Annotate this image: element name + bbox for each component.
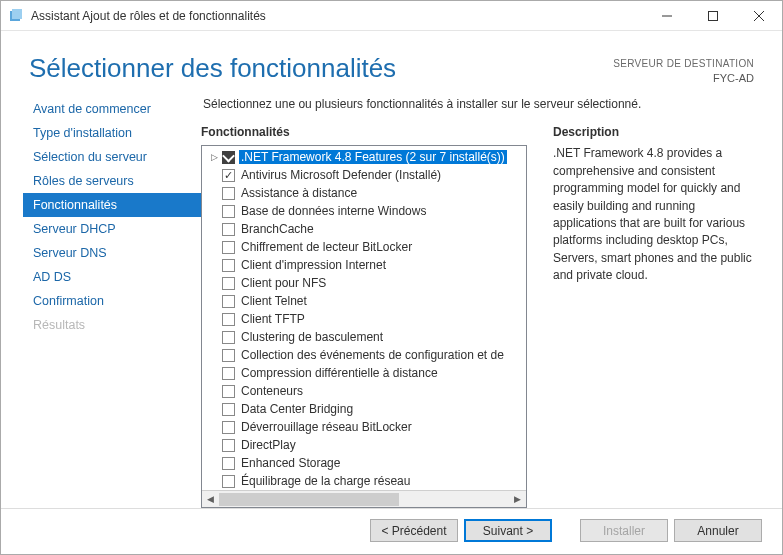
feature-checkbox[interactable]: [222, 295, 235, 308]
feature-row[interactable]: Client TFTP: [208, 310, 524, 328]
feature-label[interactable]: .NET Framework 4.8 Features (2 sur 7 ins…: [239, 150, 507, 164]
feature-checkbox[interactable]: [222, 259, 235, 272]
feature-row[interactable]: Enhanced Storage: [208, 454, 524, 472]
feature-label[interactable]: Enhanced Storage: [239, 456, 342, 470]
sidebar-item[interactable]: Fonctionnalités: [23, 193, 201, 217]
feature-label[interactable]: Collection des événements de configurati…: [239, 348, 506, 362]
sidebar-item[interactable]: Avant de commencer: [23, 97, 201, 121]
feature-row[interactable]: Déverrouillage réseau BitLocker: [208, 418, 524, 436]
page-title: Sélectionner des fonctionnalités: [29, 53, 613, 84]
feature-row[interactable]: Collection des événements de configurati…: [208, 346, 524, 364]
feature-checkbox[interactable]: [222, 241, 235, 254]
wizard-window: Assistant Ajout de rôles et de fonctionn…: [0, 0, 783, 555]
feature-label[interactable]: Assistance à distance: [239, 186, 359, 200]
feature-checkbox[interactable]: [222, 475, 235, 488]
feature-label[interactable]: BranchCache: [239, 222, 316, 236]
body-area: Avant de commencerType d'installationSél…: [1, 93, 782, 508]
feature-label[interactable]: Client d'impression Internet: [239, 258, 388, 272]
feature-label[interactable]: Base de données interne Windows: [239, 204, 428, 218]
svg-rect-1: [12, 9, 22, 19]
feature-checkbox[interactable]: [222, 313, 235, 326]
feature-row[interactable]: DirectPlay: [208, 436, 524, 454]
feature-row[interactable]: ▷.NET Framework 4.8 Features (2 sur 7 in…: [208, 148, 524, 166]
titlebar: Assistant Ajout de rôles et de fonctionn…: [1, 1, 782, 31]
feature-label[interactable]: Client pour NFS: [239, 276, 328, 290]
feature-checkbox[interactable]: [222, 385, 235, 398]
description-text: .NET Framework 4.8 provides a comprehens…: [553, 145, 762, 284]
feature-checkbox[interactable]: [222, 187, 235, 200]
destination-label: SERVEUR DE DESTINATION: [613, 57, 754, 71]
feature-row[interactable]: BranchCache: [208, 220, 524, 238]
features-tree: ▷.NET Framework 4.8 Features (2 sur 7 in…: [201, 145, 527, 508]
scroll-right-icon[interactable]: ▶: [509, 491, 526, 508]
description-column: Description .NET Framework 4.8 provides …: [553, 125, 762, 508]
feature-row[interactable]: Équilibrage de la charge réseau: [208, 472, 524, 490]
footer-buttons: < Précédent Suivant > Installer Annuler: [1, 508, 782, 554]
svg-rect-3: [709, 11, 718, 20]
close-button[interactable]: [736, 1, 782, 31]
feature-checkbox[interactable]: [222, 277, 235, 290]
feature-row[interactable]: Client pour NFS: [208, 274, 524, 292]
sidebar-item[interactable]: Type d'installation: [23, 121, 201, 145]
destination-value: FYC-AD: [613, 71, 754, 86]
feature-label[interactable]: Équilibrage de la charge réseau: [239, 474, 412, 488]
horizontal-scrollbar[interactable]: ◀ ▶: [202, 490, 526, 507]
content-columns: Fonctionnalités ▷.NET Framework 4.8 Feat…: [201, 125, 762, 508]
feature-row[interactable]: Base de données interne Windows: [208, 202, 524, 220]
feature-row[interactable]: Clustering de basculement: [208, 328, 524, 346]
feature-label[interactable]: Antivirus Microsoft Defender (Installé): [239, 168, 443, 182]
feature-row[interactable]: Assistance à distance: [208, 184, 524, 202]
window-title: Assistant Ajout de rôles et de fonctionn…: [31, 9, 266, 23]
next-button[interactable]: Suivant >: [464, 519, 552, 542]
cancel-button[interactable]: Annuler: [674, 519, 762, 542]
minimize-button[interactable]: [644, 1, 690, 31]
feature-checkbox[interactable]: [222, 349, 235, 362]
features-tree-scroll[interactable]: ▷.NET Framework 4.8 Features (2 sur 7 in…: [202, 146, 526, 490]
feature-label[interactable]: Data Center Bridging: [239, 402, 355, 416]
feature-label[interactable]: Conteneurs: [239, 384, 305, 398]
expand-collapsed-icon[interactable]: ▷: [208, 151, 220, 163]
sidebar-item[interactable]: Sélection du serveur: [23, 145, 201, 169]
feature-row[interactable]: Data Center Bridging: [208, 400, 524, 418]
feature-label[interactable]: DirectPlay: [239, 438, 298, 452]
feature-label[interactable]: Déverrouillage réseau BitLocker: [239, 420, 414, 434]
features-column: Fonctionnalités ▷.NET Framework 4.8 Feat…: [201, 125, 527, 508]
feature-checkbox[interactable]: [222, 439, 235, 452]
feature-checkbox[interactable]: [222, 223, 235, 236]
install-button: Installer: [580, 519, 668, 542]
feature-row[interactable]: Chiffrement de lecteur BitLocker: [208, 238, 524, 256]
feature-label[interactable]: Chiffrement de lecteur BitLocker: [239, 240, 414, 254]
feature-checkbox[interactable]: [222, 457, 235, 470]
wizard-sidebar: Avant de commencerType d'installationSél…: [1, 93, 201, 508]
feature-checkbox[interactable]: [222, 169, 235, 182]
feature-checkbox[interactable]: [222, 403, 235, 416]
feature-checkbox[interactable]: [222, 151, 235, 164]
feature-checkbox[interactable]: [222, 367, 235, 380]
feature-label[interactable]: Compression différentielle à distance: [239, 366, 440, 380]
feature-label[interactable]: Clustering de basculement: [239, 330, 385, 344]
description-heading: Description: [553, 125, 762, 145]
destination-block: SERVEUR DE DESTINATION FYC-AD: [613, 53, 754, 85]
feature-row[interactable]: Compression différentielle à distance: [208, 364, 524, 382]
intro-text: Sélectionnez une ou plusieurs fonctionna…: [201, 97, 762, 125]
feature-label[interactable]: Client TFTP: [239, 312, 307, 326]
scroll-thumb[interactable]: [219, 493, 399, 506]
feature-checkbox[interactable]: [222, 205, 235, 218]
maximize-button[interactable]: [690, 1, 736, 31]
feature-row[interactable]: Antivirus Microsoft Defender (Installé): [208, 166, 524, 184]
feature-label[interactable]: Client Telnet: [239, 294, 309, 308]
feature-row[interactable]: Client d'impression Internet: [208, 256, 524, 274]
main-column: Sélectionnez une ou plusieurs fonctionna…: [201, 93, 762, 508]
app-icon: [9, 8, 25, 24]
feature-checkbox[interactable]: [222, 331, 235, 344]
sidebar-item[interactable]: Confirmation: [23, 289, 201, 313]
feature-row[interactable]: Client Telnet: [208, 292, 524, 310]
feature-row[interactable]: Conteneurs: [208, 382, 524, 400]
previous-button[interactable]: < Précédent: [370, 519, 458, 542]
sidebar-item[interactable]: Serveur DNS: [23, 241, 201, 265]
sidebar-item[interactable]: Serveur DHCP: [23, 217, 201, 241]
scroll-left-icon[interactable]: ◀: [202, 491, 219, 508]
feature-checkbox[interactable]: [222, 421, 235, 434]
sidebar-item[interactable]: Rôles de serveurs: [23, 169, 201, 193]
sidebar-item[interactable]: AD DS: [23, 265, 201, 289]
